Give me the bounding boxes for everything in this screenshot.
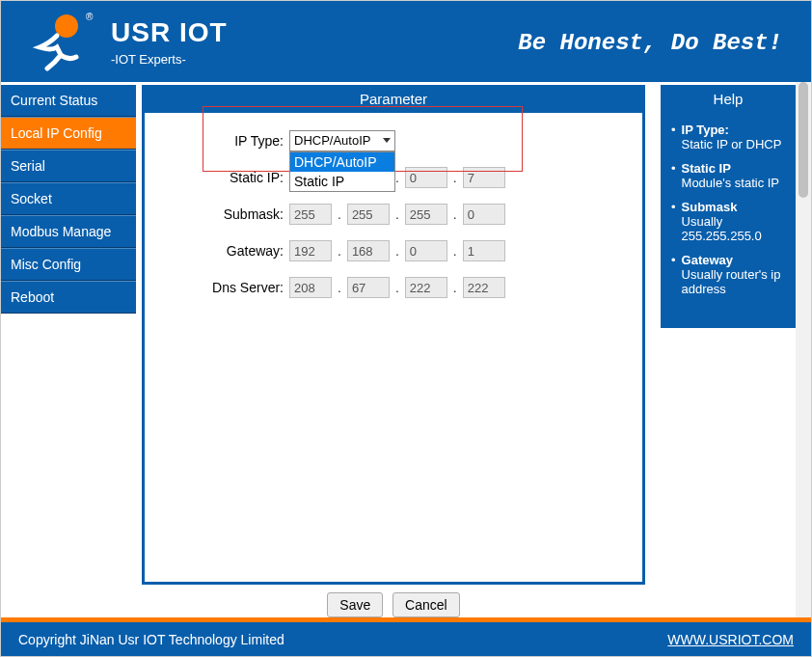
- brand-title: USR IOT: [111, 17, 228, 48]
- submask-part-1[interactable]: [289, 204, 332, 225]
- submask-part-4[interactable]: [463, 204, 505, 225]
- footer-link[interactable]: WWW.USRIOT.COM: [667, 632, 794, 647]
- header-slogan: Be Honest, Do Best!: [518, 30, 782, 56]
- help-item-gateway: • Gateway Usually router's ip address: [671, 253, 785, 296]
- dot-separator: .: [393, 243, 401, 259]
- ip-type-option-dhcp[interactable]: DHCP/AutoIP: [290, 152, 394, 172]
- sidebar-item-misc-config[interactable]: Misc Config: [1, 248, 136, 281]
- dot-separator: .: [336, 206, 343, 222]
- help-term: Gateway: [682, 253, 785, 267]
- sidebar-item-modbus-manage[interactable]: Modbus Manage: [1, 215, 136, 248]
- dot-separator: .: [451, 206, 459, 222]
- help-term: Static IP: [682, 161, 779, 176]
- bullet-icon: •: [671, 123, 676, 151]
- page-footer: Copyright JiNan Usr IOT Technology Limit…: [1, 622, 811, 656]
- sidebar-nav: Current Status Local IP Config Serial So…: [1, 85, 136, 617]
- help-desc: Module's static IP: [682, 176, 779, 190]
- ip-type-option-static[interactable]: Static IP: [290, 172, 394, 191]
- help-item-ip-type: • IP Type: Static IP or DHCP: [671, 123, 785, 151]
- submask-label: Submask:: [174, 206, 289, 222]
- dot-separator: .: [451, 280, 459, 295]
- gateway-part-3[interactable]: [405, 240, 447, 261]
- dns-part-3[interactable]: [405, 277, 447, 298]
- cancel-button[interactable]: Cancel: [392, 592, 460, 617]
- help-term: IP Type:: [682, 123, 782, 137]
- bullet-icon: •: [671, 161, 676, 190]
- help-desc: Usually router's ip address: [682, 267, 785, 296]
- help-item-static-ip: • Static IP Module's static IP: [671, 161, 785, 190]
- submask-part-3[interactable]: [405, 204, 447, 225]
- footer-copyright: Copyright JiNan Usr IOT Technology Limit…: [18, 632, 284, 647]
- chevron-down-icon: [383, 138, 391, 143]
- help-desc: Usually 255.255.255.0: [682, 214, 785, 243]
- sidebar-item-reboot[interactable]: Reboot: [1, 281, 136, 314]
- help-desc: Static IP or DHCP: [682, 137, 782, 151]
- gateway-part-4[interactable]: [463, 240, 505, 261]
- help-term: Submask: [682, 200, 785, 214]
- brand-subtitle: -IOT Experts-: [111, 52, 228, 67]
- sidebar-item-socket[interactable]: Socket: [1, 182, 136, 215]
- vertical-scrollbar[interactable]: [796, 82, 811, 622]
- help-panel: Help • IP Type: Static IP or DHCP • Stat…: [661, 85, 796, 328]
- static-ip-part-4[interactable]: [463, 167, 505, 188]
- dot-separator: .: [336, 280, 343, 295]
- dns-part-2[interactable]: [347, 277, 390, 298]
- save-button[interactable]: Save: [327, 592, 383, 617]
- sidebar-item-serial[interactable]: Serial: [1, 150, 136, 182]
- ip-type-dropdown: DHCP/AutoIP Static IP: [289, 151, 395, 192]
- bullet-icon: •: [671, 200, 676, 243]
- static-ip-label: Static IP:: [174, 170, 289, 185]
- logo-icon: ®: [20, 9, 97, 74]
- dns-part-1[interactable]: [289, 277, 332, 298]
- submask-part-2[interactable]: [347, 204, 390, 225]
- parameter-panel-title: Parameter: [145, 88, 642, 113]
- sidebar-item-current-status[interactable]: Current Status: [1, 85, 136, 117]
- dot-separator: .: [393, 280, 401, 295]
- dns-label: Dns Server:: [174, 280, 289, 295]
- gateway-part-2[interactable]: [347, 240, 390, 261]
- page-header: ® USR IOT -IOT Experts- Be Honest, Do Be…: [1, 1, 811, 82]
- dot-separator: .: [393, 206, 401, 222]
- dot-separator: .: [451, 170, 459, 185]
- ip-type-selected-value: DHCP/AutoIP: [294, 133, 370, 148]
- ip-type-label: IP Type:: [174, 133, 289, 149]
- gateway-part-1[interactable]: [289, 240, 332, 261]
- gateway-label: Gateway:: [174, 243, 289, 259]
- help-item-submask: • Submask Usually 255.255.255.0: [671, 200, 785, 243]
- ip-type-select[interactable]: DHCP/AutoIP DHCP/AutoIP Static IP: [289, 130, 395, 151]
- help-panel-title: Help: [663, 88, 793, 113]
- dot-separator: .: [336, 243, 343, 259]
- logo-block: ® USR IOT -IOT Experts-: [20, 9, 228, 74]
- sidebar-item-local-ip-config[interactable]: Local IP Config: [1, 117, 136, 150]
- parameter-panel: Parameter IP Type: DHCP/AutoIP: [142, 85, 645, 585]
- svg-text:®: ®: [86, 12, 94, 22]
- scrollbar-thumb[interactable]: [798, 82, 808, 198]
- dot-separator: .: [451, 243, 459, 259]
- dns-part-4[interactable]: [463, 277, 505, 298]
- form-actions: Save Cancel: [142, 592, 645, 617]
- bullet-icon: •: [671, 253, 676, 296]
- static-ip-part-3[interactable]: [405, 167, 447, 188]
